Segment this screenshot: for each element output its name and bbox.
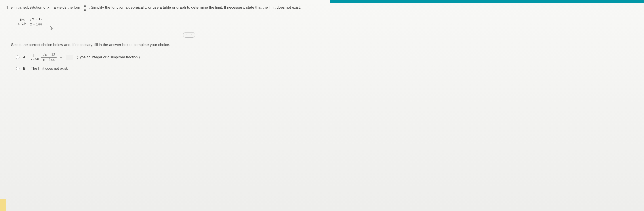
equals-sign: = bbox=[60, 55, 62, 59]
question-content: The initial substitution of x = a yields… bbox=[0, 0, 644, 71]
more-dots-icon: • • • bbox=[186, 33, 193, 37]
fraction-numerator: 0 bbox=[83, 4, 87, 8]
limit-fraction: x − 12 x − 144 bbox=[28, 17, 44, 26]
choice-b-text: The limit does not exist. bbox=[31, 67, 68, 71]
header-accent-bar bbox=[330, 0, 644, 3]
limit-denominator: x − 144 bbox=[41, 57, 56, 62]
lim-label: lim bbox=[33, 54, 37, 58]
limit-fraction: x − 12 x − 144 bbox=[41, 53, 56, 62]
choice-a-row: A. lim x→144 x − 12 x − 144 = (Type an i… bbox=[16, 53, 638, 62]
limit-numerator: x − 12 bbox=[28, 17, 44, 22]
choice-a-expression: lim x→144 x − 12 x − 144 bbox=[31, 53, 56, 62]
lim-subscript: x→144 bbox=[31, 58, 39, 61]
choice-b-letter: B. bbox=[23, 67, 28, 71]
answer-choices: A. lim x→144 x − 12 x − 144 = (Type an i… bbox=[16, 53, 638, 71]
lim-label: lim bbox=[20, 18, 24, 22]
choice-a-letter: A. bbox=[23, 55, 28, 59]
choice-prompt: Select the correct choice below and, if … bbox=[11, 43, 638, 47]
indeterminate-form-fraction: 0 0 bbox=[83, 4, 87, 12]
fraction-denominator: 0 bbox=[83, 8, 87, 12]
radio-choice-b[interactable] bbox=[16, 67, 20, 70]
radicand: x bbox=[45, 53, 47, 57]
numerator-tail: − 12 bbox=[34, 17, 42, 21]
choice-b-row: B. The limit does not exist. bbox=[16, 67, 638, 71]
limit-operator: lim x→144 bbox=[18, 18, 26, 25]
left-margin-tab bbox=[0, 199, 6, 211]
instruction-part2: . Simplify the function algebraically, o… bbox=[89, 5, 301, 10]
lim-subscript: x→144 bbox=[18, 22, 26, 25]
more-button[interactable]: • • • bbox=[183, 32, 195, 38]
limit-numerator: x − 12 bbox=[41, 53, 56, 57]
radio-choice-a[interactable] bbox=[16, 56, 20, 59]
answer-input[interactable] bbox=[66, 55, 73, 60]
answer-hint: (Type an integer or a simplified fractio… bbox=[77, 55, 140, 59]
instruction-text: The initial substitution of x = a yields… bbox=[6, 4, 638, 12]
sqrt-expression: x bbox=[42, 53, 47, 57]
instruction-part1: The initial substitution of x = a yields… bbox=[6, 5, 82, 10]
main-limit-expression: lim x→144 x − 12 x − 144 bbox=[18, 17, 638, 26]
limit-operator: lim x→144 bbox=[31, 54, 39, 61]
radicand: x bbox=[32, 17, 34, 21]
cursor-icon bbox=[50, 26, 53, 31]
sqrt-expression: x bbox=[30, 17, 34, 21]
numerator-tail: − 12 bbox=[47, 53, 55, 57]
limit-denominator: x − 144 bbox=[28, 22, 44, 26]
